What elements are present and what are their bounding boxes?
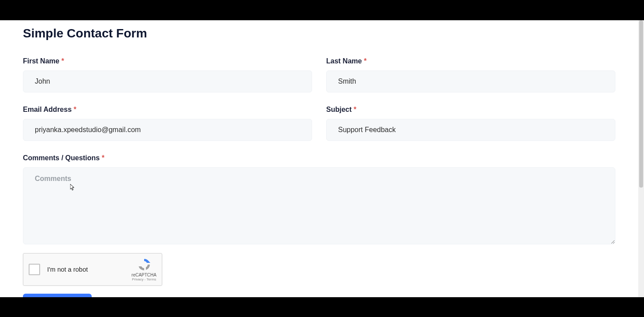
required-marker: *	[364, 57, 366, 65]
scrollbar-thumb[interactable]	[639, 20, 643, 188]
email-input[interactable]	[23, 119, 312, 141]
comments-textarea[interactable]	[23, 167, 615, 244]
page-title: Simple Contact Form	[23, 20, 615, 41]
subject-label-text: Subject	[326, 106, 352, 113]
required-marker: *	[102, 154, 104, 162]
form-row-1: First Name * Last Name *	[23, 57, 615, 92]
last-name-group: Last Name *	[326, 57, 615, 92]
page-content: Simple Contact Form First Name * Last Na…	[0, 20, 638, 297]
first-name-label-text: First Name	[23, 57, 60, 65]
first-name-label: First Name *	[23, 57, 312, 65]
comments-group: Comments / Questions *	[23, 154, 615, 246]
required-marker: *	[354, 106, 356, 113]
subject-label: Subject *	[326, 106, 615, 114]
recaptcha-links[interactable]: Privacy - Terms	[132, 277, 156, 281]
recaptcha-label: I'm not a robot	[47, 266, 131, 273]
required-marker: *	[74, 106, 76, 113]
required-marker: *	[61, 57, 64, 65]
last-name-label-text: Last Name	[326, 57, 362, 65]
send-message-button[interactable]: Send Message	[23, 294, 92, 297]
last-name-input[interactable]	[326, 70, 615, 92]
first-name-input[interactable]	[23, 70, 312, 92]
recaptcha-branding: reCAPTCHA Privacy - Terms	[131, 258, 156, 281]
comments-label-text: Comments / Questions	[23, 154, 100, 162]
email-label-text: Email Address	[23, 106, 72, 113]
comments-label: Comments / Questions *	[23, 154, 615, 162]
form-row-2: Email Address * Subject *	[23, 106, 615, 141]
email-label: Email Address *	[23, 106, 312, 114]
first-name-group: First Name *	[23, 57, 312, 92]
subject-input[interactable]	[326, 119, 615, 141]
email-group: Email Address *	[23, 106, 312, 141]
recaptcha-widget: I'm not a robot reCAPTCHA Privacy - Term…	[23, 253, 162, 286]
vertical-scrollbar[interactable]	[638, 20, 644, 297]
last-name-label: Last Name *	[326, 57, 615, 65]
recaptcha-checkbox[interactable]	[29, 264, 40, 275]
recaptcha-logo-icon	[137, 258, 151, 272]
subject-group: Subject *	[326, 106, 615, 141]
recaptcha-brand-text: reCAPTCHA	[131, 273, 156, 277]
